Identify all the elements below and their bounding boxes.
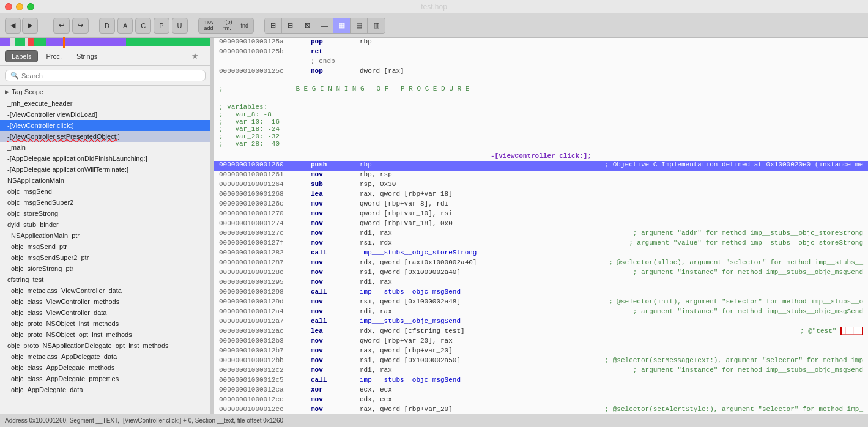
tab-proc[interactable]: Proc. <box>39 50 69 62</box>
disasm-line[interactable]: 00000001000012b7movrax, qword [rbp+var_2… <box>214 347 868 357</box>
undo-button[interactable]: ↩ <box>53 18 70 34</box>
symbol-item[interactable]: -[ViewController viewDidLoad] <box>0 109 210 120</box>
symbol-list[interactable]: _mh_execute_header-[ViewController viewD… <box>0 98 210 414</box>
symbol-item[interactable]: objc_msgSendSuper2 <box>0 197 210 208</box>
symbol-item[interactable]: _objc_msgSend_ptr <box>0 241 210 252</box>
redo-button[interactable]: ↪ <box>72 18 89 34</box>
layout6-button[interactable]: ▤ <box>351 18 368 33</box>
symbol-item[interactable]: -[ViewController click:] <box>0 120 210 131</box>
disasm-line[interactable]: 00000001000012a4movrdi, rax; argument "i… <box>214 308 868 317</box>
nav-buttons: ◀ ▶ <box>5 18 38 34</box>
symbol-item[interactable]: _objc_class_AppDelegate_methods <box>0 362 210 373</box>
disasm-line[interactable]: 0000000100001282callimp___stubs__objc_st… <box>214 249 868 259</box>
disasm-line[interactable]: 0000000100001270movqword [rbp+var_10], r… <box>214 210 868 220</box>
symbol-item[interactable]: cfstring_test <box>0 274 210 285</box>
lr-b-button[interactable]: lr(b)fm. <box>219 20 236 32</box>
layout4-button[interactable]: — <box>316 18 333 33</box>
search-input[interactable] <box>21 72 200 80</box>
symbol-item[interactable]: _objc_storeStrong_ptr <box>0 263 210 274</box>
disasm-line[interactable]: 0000000100001261movrbp, rsp <box>214 171 868 180</box>
statusbar-text: Address 0x100001260, Segment __TEXT, -[V… <box>5 417 283 424</box>
proc-separator-top <box>219 81 863 81</box>
symbol-item[interactable]: objc_proto_NSApplicationDelegate_opt_ins… <box>0 340 210 351</box>
symbol-item[interactable]: objc_storeStrong <box>0 208 210 219</box>
disasm-line[interactable]: 00000001000012acleardx, qword [cfstring_… <box>214 327 868 337</box>
symbol-item[interactable]: objc_msgSend <box>0 186 210 197</box>
fnd-button[interactable]: fnd <box>237 20 253 32</box>
disasm-line[interactable]: 0000000100001298callimp___stubs__objc_ms… <box>214 288 868 298</box>
disasm-line[interactable]: 00000001000012bbmovrsi, qword [0x1000002… <box>214 357 868 366</box>
mov-add-button[interactable]: movadd <box>200 20 218 32</box>
layout7-button[interactable]: ▥ <box>368 18 385 33</box>
statusbar: Address 0x100001260, Segment __TEXT, -[V… <box>0 414 868 427</box>
d-button[interactable]: D <box>99 18 115 34</box>
symbol-item[interactable]: _NSApplicationMain_ptr <box>0 230 210 241</box>
layout5-button[interactable]: ▦ <box>333 18 351 33</box>
disasm-line[interactable]: 00000001000012ccmovedx, ecx <box>214 396 868 406</box>
disasm-area[interactable]: 000000010000125apoprbp 000000010000125br… <box>214 38 868 414</box>
symbol-item[interactable]: dyld_stub_binder <box>0 219 210 230</box>
layout2-button[interactable]: ⊟ <box>282 18 299 33</box>
disasm-line: 000000010000125cnopdword [rax] <box>214 67 868 77</box>
disasm-line[interactable]: 00000001000012c5callimp___stubs__objc_ms… <box>214 376 868 386</box>
disasm-line[interactable]: 00000001000012a7callimp___stubs__objc_ms… <box>214 317 868 327</box>
disasm-line[interactable]: 00000001000012c2movrdi, rax; argument "i… <box>214 366 868 376</box>
disasm-line-highlighted[interactable]: 0000000100001260pushrbp; Objective C Imp… <box>214 161 868 171</box>
disasm-line[interactable]: 000000010000127fmovrsi, rdx; argument "v… <box>214 239 868 249</box>
tab-labels[interactable]: Labels <box>5 50 38 62</box>
c-button[interactable]: C <box>135 18 151 34</box>
symbol-item[interactable]: _objc_proto_NSObject_inst_methods <box>0 318 210 329</box>
disasm-line[interactable]: 0000000100001295movrdi, rax <box>214 278 868 288</box>
symbol-item[interactable]: _objc_class_AppDelegate_properties <box>0 373 210 384</box>
a-button[interactable]: A <box>117 18 133 34</box>
tag-scope[interactable]: ▶ Tag Scope <box>0 86 210 98</box>
symbol-item[interactable]: _objc_class_ViewController_methods <box>0 296 210 307</box>
symbol-item[interactable]: _objc_metaclass_AppDelegate_data <box>0 351 210 362</box>
symbol-item[interactable]: _objc_msgSendSuper2_ptr <box>0 252 210 263</box>
layout3-button[interactable]: ⊠ <box>299 18 316 33</box>
symbol-item[interactable]: _objc_class_ViewController_data <box>0 307 210 318</box>
tab-strings[interactable]: Strings <box>70 50 104 62</box>
proc-begin-comment: ; ================ B E G I N N I N G O F… <box>214 83 868 95</box>
symbol-item[interactable]: NSApplicationMain <box>0 175 210 186</box>
color-bar-marker <box>63 37 65 48</box>
symbol-item[interactable]: -[ViewController setPresentedObject:] <box>0 131 210 142</box>
color-bar <box>0 38 210 46</box>
disasm-line[interactable]: 000000010000127cmovrdi, rax; argument "a… <box>214 229 868 239</box>
u-button[interactable]: U <box>172 18 188 34</box>
titlebar: test.hop <box>0 0 868 13</box>
p-button[interactable]: P <box>154 18 169 34</box>
disasm-line[interactable]: 000000010000128emovrsi, qword [0x1000002… <box>214 269 868 278</box>
back-button[interactable]: ◀ <box>5 18 21 34</box>
disasm-line[interactable]: 0000000100001268learax, qword [rbp+var_1… <box>214 190 868 200</box>
toolbar: ◀ ▶ ↩ ↪ D A C P U movadd lr(b)fm. fnd ⊞ … <box>0 13 868 38</box>
symbol-item[interactable]: _mh_execute_header <box>0 98 210 109</box>
symbol-item[interactable]: _main <box>0 142 210 153</box>
disasm-line[interactable]: 0000000100001264subrsp, 0x30 <box>214 180 868 190</box>
symbol-item[interactable]: _objc_AppDelegate_data <box>0 384 210 395</box>
tab-starred[interactable]: ★ <box>185 49 206 63</box>
maximize-button[interactable] <box>27 3 34 10</box>
disasm-line[interactable]: 00000001000012caxorecx, ecx <box>214 386 868 396</box>
symbol-item[interactable]: -[AppDelegate applicationDidFinishLaunch… <box>0 153 210 164</box>
disasm-line: 000000010000125bret <box>214 48 868 58</box>
disasm-line[interactable]: 000000010000126cmovqword [rbp+var_8], rd… <box>214 200 868 210</box>
close-button[interactable] <box>5 3 12 10</box>
traffic-lights <box>5 3 34 10</box>
layout-segment: ⊞ ⊟ ⊠ — ▦ ▤ ▥ <box>264 18 385 34</box>
minimize-button[interactable] <box>16 3 23 10</box>
symbol-item[interactable]: _objc_metaclass_ViewController_data <box>0 285 210 296</box>
disasm-line[interactable]: 0000000100001287movrdx, qword [rax+0x100… <box>214 259 868 269</box>
forward-button[interactable]: ▶ <box>22 18 38 34</box>
symbol-item[interactable]: -[AppDelegate applicationWillTerminate:] <box>0 164 210 175</box>
disasm-line[interactable]: 0000000100001274movqword [rbp+var_18], 0… <box>214 220 868 229</box>
symbol-item[interactable]: _objc_proto_NSObject_opt_inst_methods <box>0 329 210 340</box>
disasm-line[interactable]: 000000010000129dmovrsi, qword [0x1000002… <box>214 298 868 308</box>
disasm-line[interactable]: 00000001000012b3movqword [rbp+var_20], r… <box>214 337 868 347</box>
separator4 <box>259 18 259 33</box>
proc-label-line: -[ViewController click:]; <box>214 151 868 161</box>
proc-label: -[ViewController click:]; <box>491 152 592 160</box>
disasm-line[interactable]: 00000001000012cemovrax, qword [rbp+var_2… <box>214 406 868 414</box>
layout1-button[interactable]: ⊞ <box>265 18 282 33</box>
search-icon: 🔍 <box>10 72 19 80</box>
